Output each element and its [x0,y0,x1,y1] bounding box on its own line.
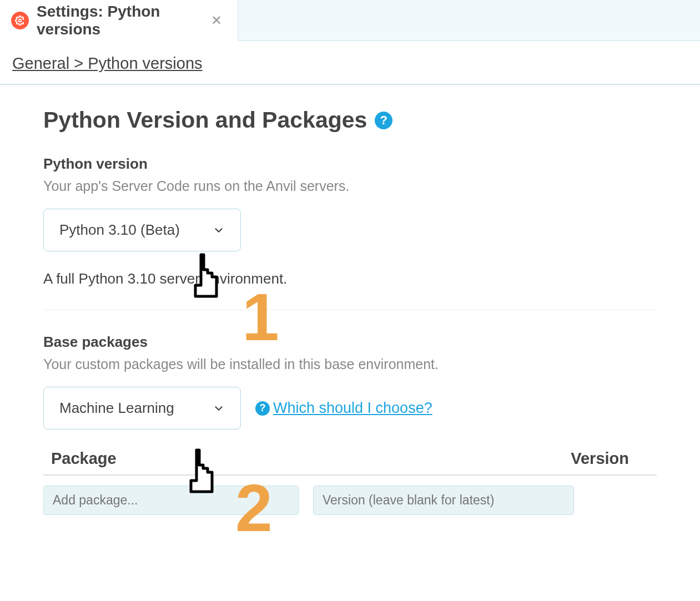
page-title-row: Python Version and Packages ? [43,107,657,133]
divider [43,310,657,310]
tab-title: Settings: Python versions [37,3,199,38]
table-row [43,486,657,515]
col-package-header: Package [43,450,313,468]
tab-bar: Settings: Python versions ✕ [0,0,700,41]
python-version-label: Python version [43,155,657,173]
svg-point-0 [19,19,22,22]
add-package-input[interactable] [43,486,299,515]
base-packages-row: Machine Learning ? Which should I choose… [43,387,657,430]
python-version-selected: Python 3.10 (Beta) [59,221,180,239]
which-should-i-choose-text: Which should I choose? [273,400,432,417]
packages-table-header: Package Version [43,450,657,476]
python-version-section: Python version Your app's Server Code ru… [43,155,657,287]
base-packages-selected: Machine Learning [59,400,174,417]
breadcrumb-area: General > Python versions [0,41,700,85]
help-icon: ? [255,401,270,416]
base-packages-select[interactable]: Machine Learning [43,387,241,430]
tab-settings-python-versions[interactable]: Settings: Python versions ✕ [0,0,238,41]
python-version-note: A full Python 3.10 server environment. [43,270,657,287]
version-input[interactable] [313,486,574,515]
chevron-down-icon [213,402,225,415]
base-packages-section: Base packages Your custom packages will … [43,334,657,515]
base-packages-desc: Your custom packages will be installed i… [43,356,657,372]
base-packages-label: Base packages [43,334,657,351]
help-icon[interactable]: ? [375,112,392,129]
breadcrumb[interactable]: General > Python versions [12,54,203,72]
tab-bar-empty [238,0,700,41]
page-title: Python Version and Packages [43,107,367,133]
col-version-header: Version [313,450,657,468]
python-version-select[interactable]: Python 3.10 (Beta) [43,209,241,251]
which-should-i-choose-link[interactable]: ? Which should I choose? [255,400,432,417]
gear-icon [11,12,29,29]
content: Python Version and Packages ? Python ver… [0,85,700,537]
python-version-desc: Your app's Server Code runs on the Anvil… [43,178,657,194]
chevron-down-icon [213,224,225,236]
close-icon[interactable]: ✕ [207,11,226,31]
